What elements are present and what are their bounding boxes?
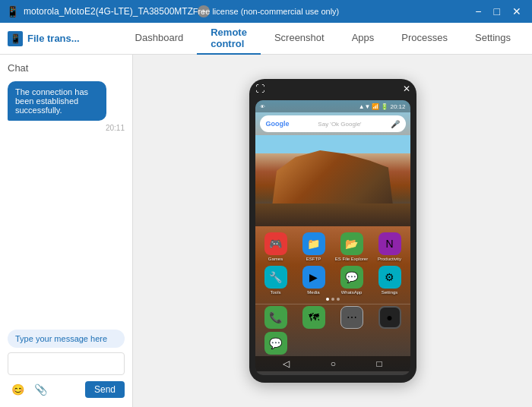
- app-icon-settings[interactable]: ⚙ Settings: [372, 266, 407, 295]
- phone-area: ⛶ ✕ 👁 ▲▼ 📶 🔋 20:12: [133, 55, 532, 407]
- status-bar: 👁 ▲▼ 📶 🔋 20:12: [255, 100, 410, 112]
- landscape-ground: [255, 204, 410, 226]
- phone-wallpaper: [255, 135, 410, 226]
- google-placeholder: Say 'Ok Google': [318, 121, 361, 128]
- app-icon-productivity[interactable]: N Productivity: [372, 232, 407, 261]
- esftp-label: ESFTP: [306, 257, 321, 261]
- page-dots: [255, 296, 410, 302]
- media-icon-img: ▶: [302, 266, 325, 289]
- minimize-button[interactable]: −: [470, 4, 486, 19]
- tools-icon-img: 🔧: [264, 266, 287, 289]
- home-button[interactable]: ○: [331, 358, 336, 369]
- logo-symbol: 📱: [10, 33, 21, 44]
- chat-messages: The connection has been established succ…: [8, 81, 125, 323]
- attachment-button[interactable]: 📎: [30, 380, 50, 399]
- dock-camera[interactable]: ●: [372, 306, 407, 329]
- phone-dock: 📞 🗺 ⋯ ● 💬: [255, 304, 410, 356]
- status-left: 👁: [260, 104, 265, 109]
- app-icon-games[interactable]: 🎮 Games: [258, 232, 293, 261]
- phone-frame: ⛶ ✕ 👁 ▲▼ 📶 🔋 20:12: [249, 79, 416, 383]
- chat-time: 20:11: [8, 124, 125, 132]
- status-eye-icon: 👁: [260, 104, 265, 109]
- tab-apps[interactable]: Apps: [338, 23, 388, 55]
- productivity-label: Productivity: [378, 257, 401, 261]
- es-icon-img: 📂: [340, 232, 363, 255]
- dock-camera-icon: ●: [378, 306, 401, 329]
- logo-icon: 📱: [8, 31, 23, 46]
- license-text: Free license (non-commercial use only): [193, 7, 340, 16]
- close-button[interactable]: ✕: [508, 4, 526, 19]
- dot-2: [331, 298, 334, 301]
- dock-messages[interactable]: 💬: [258, 332, 293, 355]
- dot-3: [337, 298, 340, 301]
- chat-input-placeholder-label: Type your message here: [8, 330, 125, 348]
- nav-tabs: Dashboard Remote control Screenshot Apps…: [122, 23, 524, 55]
- battery-icon: 🔋: [381, 103, 388, 110]
- maximize-button[interactable]: □: [489, 4, 505, 19]
- tab-dashboard[interactable]: Dashboard: [122, 23, 198, 55]
- title-bar-left: 📱 motorola_MotoE2(4G-LTE)_TA38500MTZ +: [6, 5, 210, 17]
- tab-settings[interactable]: Settings: [461, 23, 524, 55]
- phone-frame-controls: ⛶ ✕: [255, 84, 410, 94]
- app-icon: 📱: [6, 5, 19, 17]
- window-title: motorola_MotoE2(4G-LTE)_TA38500MTZ: [24, 6, 193, 17]
- window-controls: − □ ✕: [470, 4, 526, 19]
- app-icon-es-file-explorer[interactable]: 📂 ES File Explorer: [334, 232, 369, 261]
- app-icon-media[interactable]: ▶ Media: [296, 266, 331, 295]
- dot-1: [326, 298, 329, 301]
- dock-apps-icon: ⋯: [340, 306, 363, 329]
- games-label: Games: [268, 257, 283, 261]
- dock-messages-icon: 💬: [264, 332, 287, 355]
- send-button[interactable]: Send: [85, 381, 125, 398]
- productivity-icon-img: N: [378, 232, 401, 255]
- esftp-icon-img: 📁: [302, 232, 325, 255]
- media-label: Media: [307, 290, 319, 295]
- time-display: 20:12: [390, 103, 405, 110]
- dock-phone[interactable]: 📞: [258, 306, 293, 329]
- phone-expand-icon[interactable]: ⛶: [255, 84, 264, 94]
- chat-message-text: The connection has been established succ…: [15, 87, 88, 115]
- settings-icon-img: ⚙: [378, 266, 401, 289]
- app-icon-whatsapp[interactable]: 💬 WhatsApp: [334, 266, 369, 295]
- whatsapp-label: WhatsApp: [341, 290, 363, 295]
- dock-all-apps[interactable]: ⋯: [334, 306, 369, 329]
- tools-label: Tools: [270, 290, 280, 295]
- app-grid-row1: 🎮 Games 📁 ESFTP 📂 ES File Explorer N Pro…: [255, 229, 410, 264]
- sidebar: Chat The connection has been established…: [0, 55, 133, 407]
- es-label: ES File Explorer: [335, 257, 368, 261]
- back-button[interactable]: ◁: [283, 358, 290, 369]
- tab-remote-control[interactable]: Remote control: [197, 23, 261, 55]
- wifi-icon: ▲▼: [359, 103, 371, 110]
- chat-input[interactable]: [8, 352, 125, 375]
- chat-label: Chat: [8, 62, 125, 74]
- tab-screenshot[interactable]: Screenshot: [261, 23, 338, 55]
- chat-bubble: The connection has been established succ…: [8, 81, 106, 121]
- tab-processes[interactable]: Processes: [388, 23, 461, 55]
- settings-label: Settings: [382, 290, 398, 295]
- status-right: ▲▼ 📶 🔋 20:12: [359, 103, 406, 110]
- recents-button[interactable]: □: [377, 358, 382, 369]
- chat-actions: 😊 📎 Send: [8, 380, 125, 399]
- phone-screen: 👁 ▲▼ 📶 🔋 20:12 Google Say 'Ok Google' 🎤: [255, 100, 410, 375]
- dock-maps-icon: 🗺: [302, 306, 325, 329]
- games-icon-img: 🎮: [264, 232, 287, 255]
- main-content: Chat The connection has been established…: [0, 55, 532, 407]
- emoji-button[interactable]: 😊: [8, 380, 27, 399]
- signal-icon: 📶: [372, 103, 379, 110]
- phone-nav-bar: ◁ ○ □: [255, 356, 410, 371]
- title-bar: 📱 motorola_MotoE2(4G-LTE)_TA38500MTZ + F…: [0, 0, 532, 23]
- app-icon-tools[interactable]: 🔧 Tools: [258, 266, 293, 295]
- app-grid-row2: 🔧 Tools ▶ Media 💬 WhatsApp ⚙ Settings: [255, 264, 410, 296]
- dock-maps[interactable]: 🗺: [296, 306, 331, 329]
- whatsapp-icon-img: 💬: [340, 266, 363, 289]
- nav-bar: 📱 File trans... Dashboard Remote control…: [0, 23, 532, 55]
- google-logo: Google: [266, 120, 290, 128]
- chat-input-area: Type your message here 😊 📎 Send: [8, 323, 125, 399]
- google-mic-icon[interactable]: 🎤: [391, 120, 400, 128]
- google-search-bar[interactable]: Google Say 'Ok Google' 🎤: [260, 115, 406, 132]
- dock-phone-icon: 📞: [264, 306, 287, 329]
- logo-text: File trans...: [27, 33, 80, 44]
- nav-logo: 📱 File trans...: [8, 31, 122, 46]
- app-icon-esftp[interactable]: 📁 ESFTP: [296, 232, 331, 261]
- phone-close-icon[interactable]: ✕: [403, 84, 410, 94]
